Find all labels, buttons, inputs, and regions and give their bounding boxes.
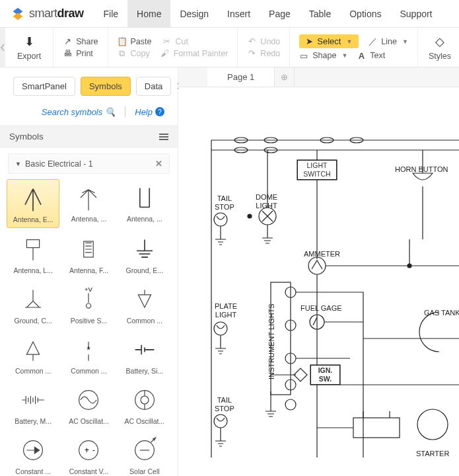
undo-button[interactable]: ↶Undo bbox=[247, 37, 280, 46]
cursor-icon: ➤ bbox=[306, 36, 313, 46]
symbol-icon bbox=[17, 235, 49, 264]
text-button[interactable]: AText bbox=[357, 51, 385, 60]
line-button[interactable]: ／Line▼ bbox=[368, 37, 408, 46]
search-icon: 🔍 bbox=[105, 107, 116, 117]
symbol-item[interactable]: AC Oscillat... bbox=[62, 381, 115, 429]
svg-text:-: - bbox=[92, 446, 95, 455]
menu-file[interactable]: File bbox=[94, 0, 128, 27]
menu-design[interactable]: Design bbox=[170, 0, 218, 27]
symbol-icon bbox=[129, 385, 160, 415]
symbol-icon bbox=[73, 235, 104, 264]
label-tail-stop: TAIL STOP bbox=[215, 194, 234, 212]
close-group-button[interactable]: ✕ bbox=[155, 159, 162, 169]
symbol-icon bbox=[129, 235, 160, 264]
symbol-icon bbox=[129, 335, 160, 364]
chevron-down-icon: ▼ bbox=[346, 38, 352, 45]
label-starter: STARTER bbox=[416, 450, 449, 458]
symbol-icon bbox=[17, 436, 49, 465]
search-symbols-link[interactable]: Search symbols🔍 bbox=[42, 106, 116, 117]
shape-icon: ▭ bbox=[299, 51, 308, 60]
symbol-group-header[interactable]: ▼ Basic Electrical - 1 ✕ bbox=[8, 153, 170, 174]
symbol-item[interactable]: Constant ... bbox=[7, 432, 59, 476]
share-button[interactable]: ↗Share bbox=[63, 37, 98, 46]
label-dome-light: DOME LIGHT bbox=[256, 193, 277, 210]
menu-home[interactable]: Home bbox=[127, 0, 170, 27]
export-button[interactable]: Export bbox=[17, 52, 41, 61]
symbol-item[interactable]: AC Oscillat... bbox=[118, 381, 171, 429]
logo: smartdraw bbox=[0, 7, 94, 21]
add-page-button[interactable]: ⊕ bbox=[275, 67, 295, 87]
label-fuel-gage: FUEL GAGE bbox=[300, 304, 342, 313]
symbol-icon bbox=[129, 183, 160, 212]
symbol-item[interactable]: Solar Cell bbox=[118, 432, 171, 476]
hamburger-icon[interactable] bbox=[159, 134, 168, 140]
svg-text:+V: +V bbox=[85, 286, 93, 293]
symbol-label: Antenna, F... bbox=[69, 266, 108, 274]
help-link[interactable]: Help? bbox=[135, 106, 164, 117]
menu-page[interactable]: Page bbox=[260, 0, 300, 27]
styles-icon: ◇ bbox=[435, 34, 444, 49]
tab-data[interactable]: Data bbox=[136, 77, 171, 96]
symbol-label: Constant ... bbox=[15, 467, 51, 475]
divider bbox=[125, 106, 125, 117]
cut-icon: ✂ bbox=[162, 37, 171, 46]
symbol-icon bbox=[129, 285, 160, 314]
canvas[interactable]: TAIL STOP DOME LIGHT LIGHT SWITCH HORN B… bbox=[178, 87, 459, 476]
print-button[interactable]: 🖶Print bbox=[63, 49, 98, 58]
svg-point-37 bbox=[407, 264, 411, 268]
select-button[interactable]: ➤Select▼ bbox=[299, 34, 359, 48]
label-plate-light: PLATE LIGHT bbox=[215, 302, 237, 319]
main-menu: File Home Design Insert Page Table Optio… bbox=[94, 0, 442, 27]
tab-smartpanel[interactable]: SmartPanel bbox=[13, 77, 75, 96]
menu-support[interactable]: Support bbox=[390, 0, 441, 27]
tab-symbols[interactable]: Symbols bbox=[81, 77, 131, 96]
symbol-item[interactable]: Common ... bbox=[7, 331, 59, 379]
symbol-icon bbox=[17, 184, 49, 213]
symbol-item[interactable]: +-Constant V... bbox=[62, 432, 115, 476]
chevron-down-icon: ▼ bbox=[341, 52, 347, 59]
symbol-item[interactable]: +VPositive S... bbox=[62, 281, 115, 329]
symbol-item[interactable]: Antenna, E... bbox=[7, 179, 59, 228]
format-painter-button[interactable]: 🖌Format Painter bbox=[160, 49, 229, 58]
symbol-label: Solar Cell bbox=[129, 467, 160, 475]
redo-button[interactable]: ↷Redo bbox=[247, 49, 280, 58]
symbol-item[interactable]: Antenna, ... bbox=[118, 179, 171, 228]
styles-button[interactable]: Styles bbox=[429, 52, 451, 61]
symbol-icon: +V bbox=[73, 285, 104, 314]
shape-button[interactable]: ▭Shape▼ bbox=[299, 51, 347, 60]
text-icon: A bbox=[357, 51, 366, 60]
symbol-item[interactable]: Antenna, F... bbox=[62, 231, 115, 278]
collapse-ribbon-button[interactable] bbox=[0, 28, 5, 67]
symbol-item[interactable]: *Common ... bbox=[62, 331, 115, 379]
svg-point-35 bbox=[417, 409, 448, 440]
symbol-icon: +- bbox=[73, 436, 104, 465]
symbol-item[interactable]: Ground, E... bbox=[118, 231, 171, 278]
symbol-item[interactable]: Battery, Si... bbox=[118, 331, 171, 379]
symbol-item[interactable]: Ground, C... bbox=[7, 281, 59, 329]
symbol-label: Positive S... bbox=[71, 317, 107, 325]
symbols-header-label: Symbols bbox=[9, 132, 44, 141]
copy-button[interactable]: ⧉Copy bbox=[118, 49, 150, 58]
symbol-item[interactable]: Antenna, L... bbox=[7, 231, 59, 278]
symbol-item[interactable]: Antenna, ... bbox=[62, 179, 115, 228]
symbol-icon bbox=[73, 385, 104, 415]
symbol-label: Ground, C... bbox=[15, 317, 52, 325]
cut-button[interactable]: ✂Cut bbox=[162, 37, 188, 46]
symbol-item[interactable]: Battery, M... bbox=[7, 381, 59, 429]
symbol-label: Antenna, ... bbox=[71, 215, 107, 223]
undo-icon: ↶ bbox=[247, 37, 256, 46]
menu-insert[interactable]: Insert bbox=[218, 0, 260, 27]
menu-table[interactable]: Table bbox=[300, 0, 340, 27]
svg-point-3 bbox=[87, 303, 91, 308]
label-tail-stop-2: TAIL STOP bbox=[215, 396, 234, 413]
symbol-label: Antenna, ... bbox=[127, 215, 162, 223]
symbol-icon bbox=[17, 385, 49, 415]
paste-button[interactable]: 📋Paste bbox=[118, 37, 152, 46]
menu-options[interactable]: Options bbox=[340, 0, 390, 27]
chevron-down-icon: ▼ bbox=[15, 161, 21, 167]
symbol-label: Common ... bbox=[127, 317, 162, 325]
symbol-label: AC Oscillat... bbox=[124, 417, 164, 425]
label-ign-sw: IGN. SW. bbox=[310, 365, 340, 385]
page-tab[interactable]: Page 1 bbox=[207, 67, 275, 87]
symbol-item[interactable]: Common ... bbox=[118, 281, 171, 329]
